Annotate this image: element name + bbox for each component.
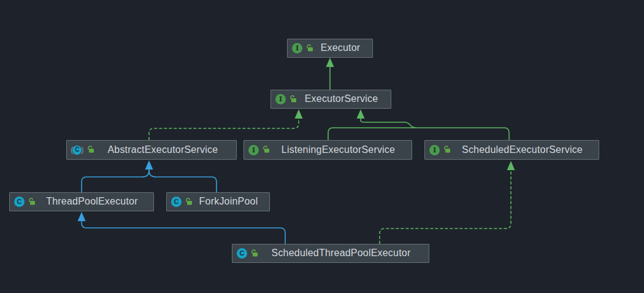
node-label: ForkJoinPool bbox=[193, 196, 264, 208]
edge-abstractexecutorservice-implements-executorservice-arrowhead bbox=[295, 109, 303, 119]
class-icon: C bbox=[237, 248, 247, 259]
public-lock-icon bbox=[289, 94, 297, 105]
node-label: ThreadPoolExecutor bbox=[36, 196, 148, 208]
edge-trunk-stem-extends-executorservice-arrowhead bbox=[357, 109, 365, 119]
public-lock-icon bbox=[250, 248, 258, 259]
node-icons: I bbox=[292, 43, 313, 54]
node-icons: C bbox=[14, 197, 36, 208]
class-icon: C bbox=[72, 146, 82, 155]
edge-scheduledthreadpool-implements-scheduledexecutorservice bbox=[380, 170, 511, 244]
edge-abstractexecutorservice-implements-executorservice bbox=[149, 118, 299, 140]
public-lock-icon bbox=[185, 197, 193, 208]
public-lock-icon bbox=[443, 144, 451, 155]
node-label: ListeningExecutorService bbox=[270, 144, 407, 156]
public-lock-icon bbox=[86, 144, 94, 155]
node-executor-service[interactable]: I ExecutorService bbox=[270, 90, 391, 109]
edge-executorservice-extends-executor-arrowhead bbox=[326, 58, 334, 67]
node-icons: (C) bbox=[71, 144, 94, 155]
edge-trunk-stem-extends-executorservice bbox=[361, 118, 416, 128]
edge-forkjoinpool-extends-abstract bbox=[149, 169, 217, 192]
node-thread-pool-executor[interactable]: C ThreadPoolExecutor bbox=[9, 192, 154, 211]
node-label: AbstractExecutorService bbox=[94, 144, 231, 156]
edge-scheduledthreadpool-extends-threadpool-arrowhead bbox=[78, 212, 86, 221]
class-icon: C bbox=[171, 197, 182, 207]
node-abstract-executor-service[interactable]: (C) AbstractExecutorService bbox=[66, 140, 237, 160]
abstract-paren: ( bbox=[71, 145, 73, 154]
interface-icon: I bbox=[248, 145, 259, 155]
edge-scheduledthreadpool-implements-scheduledexecutorservice-arrowhead bbox=[507, 161, 515, 170]
node-icons: C bbox=[171, 197, 193, 208]
diagram-canvas[interactable]: I ExecutorI ExecutorService(C) AbstractE… bbox=[0, 0, 644, 293]
interface-icon: I bbox=[275, 94, 286, 104]
node-label: ExecutorService bbox=[297, 93, 386, 105]
edge-scheduledthreadpool-extends-threadpool bbox=[82, 221, 285, 244]
public-lock-icon bbox=[262, 144, 270, 155]
node-label: ScheduledThreadPoolExecutor bbox=[258, 248, 424, 259]
edge-threadpoolexecutor-extends-abstract bbox=[82, 169, 149, 192]
public-lock-icon bbox=[28, 197, 36, 208]
node-icons: C bbox=[237, 248, 258, 259]
node-scheduled-executor-service[interactable]: I ScheduledExecutorService bbox=[424, 140, 599, 160]
interface-icon: I bbox=[292, 43, 302, 53]
edge-threadpoolexecutor-extends-abstract-arrowhead bbox=[145, 160, 153, 170]
node-icons: I bbox=[429, 144, 451, 155]
edge-listening-scheduled-trunk bbox=[328, 128, 509, 140]
abstract-paren: ) bbox=[81, 145, 83, 154]
node-icons: I bbox=[275, 94, 297, 105]
interface-icon: I bbox=[429, 145, 440, 155]
node-listening-executor-service[interactable]: I ListeningExecutorService bbox=[243, 140, 412, 160]
node-label: ScheduledExecutorService bbox=[451, 144, 594, 156]
node-label: Executor bbox=[313, 42, 367, 54]
node-executor[interactable]: I Executor bbox=[287, 39, 373, 58]
class-icon: C bbox=[14, 197, 25, 207]
node-fork-join-pool[interactable]: C ForkJoinPool bbox=[166, 192, 270, 211]
node-icons: I bbox=[248, 144, 270, 155]
abstract-class-icon: (C) bbox=[71, 146, 83, 155]
node-scheduled-thread-pool-executor[interactable]: C ScheduledThreadPoolExecutor bbox=[232, 244, 429, 263]
public-lock-icon bbox=[305, 43, 313, 54]
